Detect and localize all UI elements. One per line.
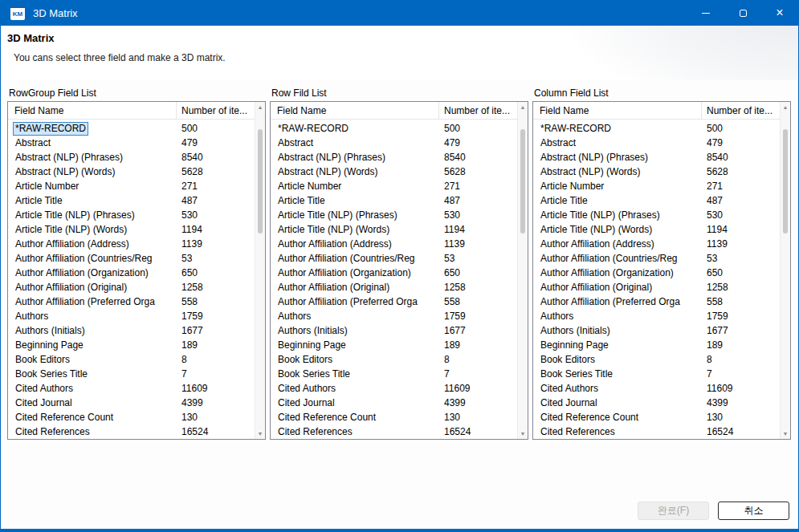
list-row[interactable]: Authors (Initials)1677 (8, 323, 255, 338)
field-name-text: Book Series Title (538, 368, 615, 381)
list-row[interactable]: Cited Authors11609 (271, 381, 517, 396)
list-row[interactable]: Author Affiliation (Organization)650 (533, 266, 780, 280)
list-row[interactable]: Author Affiliation (Original)1258 (533, 280, 780, 294)
list-row[interactable]: Beginning Page189 (8, 338, 255, 352)
list-row[interactable]: Abstract (NLP) (Words)5628 (271, 164, 517, 179)
list-row[interactable]: Cited Authors11609 (8, 381, 255, 396)
list-row[interactable]: Article Title487 (271, 193, 517, 208)
column-header-item-count[interactable]: Number of ite... (177, 102, 265, 119)
scroll-down-icon[interactable]: ▼ (255, 428, 265, 439)
field-name-text: Abstract (NLP) (Phrases) (275, 151, 388, 164)
list-row[interactable]: Beginning Page189 (271, 338, 517, 352)
list-row[interactable]: Cited Reference Count130 (271, 410, 517, 424)
list-row[interactable]: Authors (Initials)1677 (271, 323, 517, 338)
list-row[interactable]: Article Title (NLP) (Phrases)530 (533, 208, 780, 222)
list-row[interactable]: Article Number271 (271, 179, 517, 193)
list-row[interactable]: Article Title (NLP) (Words)1194 (533, 222, 780, 237)
scrollbar-thumb[interactable] (520, 129, 525, 234)
list-row[interactable]: Abstract (NLP) (Words)5628 (533, 164, 780, 179)
list-row[interactable]: Authors1759 (533, 309, 780, 323)
list-row[interactable]: Abstract (NLP) (Words)5628 (8, 164, 255, 179)
vertical-scrollbar[interactable]: ▲ ▼ (255, 102, 265, 439)
list-row[interactable]: Author Affiliation (Countries/Reg53 (533, 251, 780, 266)
list-row[interactable]: *RAW-RECORD500 (271, 121, 517, 136)
scroll-up-icon[interactable]: ▲ (255, 102, 265, 112)
list-row[interactable]: Abstract (NLP) (Phrases)8540 (271, 150, 517, 164)
list-row[interactable]: Book Series Title7 (533, 367, 780, 381)
list-row[interactable]: *RAW-RECORD500 (8, 121, 255, 136)
column-header-field-name[interactable]: Field Name (533, 102, 702, 119)
list-row[interactable]: Author Affiliation (Address)1139 (8, 237, 255, 251)
list-row[interactable]: Article Number271 (8, 179, 255, 193)
list-row[interactable]: Article Title (NLP) (Phrases)530 (8, 208, 255, 222)
list-row[interactable]: Book Series Title7 (271, 367, 517, 381)
scroll-down-icon[interactable]: ▼ (781, 428, 790, 439)
list-row[interactable]: Author Affiliation (Address)1139 (533, 237, 780, 251)
list-row[interactable]: Cited References16524 (533, 424, 780, 439)
list-row[interactable]: Article Title487 (533, 193, 780, 208)
scroll-up-icon[interactable]: ▲ (518, 102, 528, 112)
list-row[interactable]: Abstract (NLP) (Phrases)8540 (8, 150, 255, 164)
list-row[interactable]: Cited Journal4399 (533, 396, 780, 410)
cancel-button[interactable]: 취소 (718, 502, 789, 520)
list-row[interactable]: Cited Reference Count130 (8, 410, 255, 424)
list-row[interactable]: Article Title (NLP) (Words)1194 (8, 222, 255, 237)
list-row[interactable]: Authors (Initials)1677 (533, 323, 780, 338)
item-count-cell: 8540 (439, 150, 517, 164)
list-row[interactable]: Cited References16524 (271, 424, 517, 439)
list-row[interactable]: Author Affiliation (Preferred Orga558 (8, 294, 255, 309)
list-row[interactable]: Beginning Page189 (533, 338, 780, 352)
list-row[interactable]: Author Affiliation (Organization)650 (8, 266, 255, 280)
list-row[interactable]: Author Affiliation (Address)1139 (271, 237, 517, 251)
scroll-down-icon[interactable]: ▼ (518, 428, 528, 439)
scrollbar-thumb[interactable] (258, 129, 263, 234)
vertical-scrollbar[interactable]: ▲ ▼ (517, 102, 528, 439)
item-count-cell: 16524 (177, 424, 255, 439)
list-row[interactable]: Abstract (NLP) (Phrases)8540 (533, 150, 780, 164)
complete-button[interactable]: 완료(F) (638, 502, 709, 520)
item-count-cell: 271 (177, 179, 255, 193)
list-row[interactable]: Cited Authors11609 (533, 381, 780, 396)
item-count-cell: 530 (177, 208, 255, 222)
list-row[interactable]: *RAW-RECORD500 (533, 121, 780, 136)
list-row[interactable]: Authors1759 (271, 309, 517, 323)
list-row[interactable]: Abstract479 (8, 136, 255, 150)
scroll-up-icon[interactable]: ▲ (781, 102, 790, 112)
scrollbar-thumb[interactable] (783, 129, 788, 234)
list-row[interactable]: Author Affiliation (Countries/Reg53 (271, 251, 517, 266)
list-row[interactable]: Article Title (NLP) (Phrases)530 (271, 208, 517, 222)
list-row[interactable]: Author Affiliation (Preferred Orga558 (533, 294, 780, 309)
item-count-cell: 11609 (177, 381, 255, 396)
list-row[interactable]: Author Affiliation (Preferred Orga558 (271, 294, 517, 309)
vertical-scrollbar[interactable]: ▲ ▼ (780, 102, 790, 439)
list-row[interactable]: Cited Journal4399 (8, 396, 255, 410)
list-row[interactable]: Article Number271 (533, 179, 780, 193)
list-row[interactable]: Article Title487 (8, 193, 255, 208)
list-row[interactable]: Book Editors8 (8, 352, 255, 367)
minimize-button[interactable] (687, 0, 724, 26)
list-row[interactable]: Author Affiliation (Original)1258 (271, 280, 517, 294)
list-row[interactable]: Abstract479 (533, 136, 780, 150)
list-row[interactable]: Book Editors8 (271, 352, 517, 367)
maximize-button[interactable] (724, 0, 761, 26)
list-row[interactable]: Cited Journal4399 (271, 396, 517, 410)
list-row[interactable]: Book Series Title7 (8, 367, 255, 381)
list-row[interactable]: Book Editors8 (533, 352, 780, 367)
close-button[interactable]: × (761, 0, 798, 26)
list-row[interactable]: Article Title (NLP) (Words)1194 (271, 222, 517, 237)
list-row[interactable]: Author Affiliation (Countries/Reg53 (8, 251, 255, 266)
column-header-item-count[interactable]: Number of ite... (439, 102, 528, 119)
column-header-field-name[interactable]: Field Name (8, 102, 177, 119)
list-row[interactable]: Author Affiliation (Organization)650 (271, 266, 517, 280)
list-row[interactable]: Cited References16524 (8, 424, 255, 439)
field-name-text: Abstract (538, 136, 578, 150)
item-count-cell: 558 (439, 294, 517, 309)
list-row[interactable]: Cited Reference Count130 (533, 410, 780, 424)
list-row[interactable]: Author Affiliation (Original)1258 (8, 280, 255, 294)
list-row[interactable]: Authors1759 (8, 309, 255, 323)
column-header-field-name[interactable]: Field Name (271, 102, 439, 119)
item-count-cell: 487 (439, 193, 517, 208)
field-name-text: Cited Reference Count (275, 411, 378, 424)
column-header-item-count[interactable]: Number of ite... (702, 102, 790, 119)
list-row[interactable]: Abstract479 (271, 136, 517, 150)
